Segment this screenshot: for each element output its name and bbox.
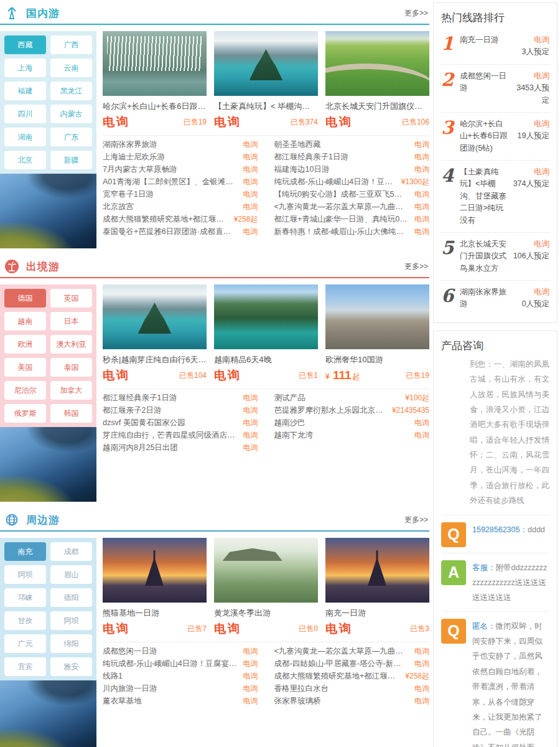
region-tag[interactable]: 阿坝: [50, 611, 92, 630]
product-link-row[interactable]: A01青海湖【二郎剑景区】、金银滩、日月山、... 电询: [103, 176, 258, 188]
region-tag[interactable]: 尼泊尔: [4, 381, 46, 400]
product-link-row[interactable]: <九寨沟黄龙—若尔盖大草原—九曲花湖>尊享... 电询: [274, 645, 430, 657]
region-tag[interactable]: 西藏: [4, 35, 46, 54]
region-tag[interactable]: 宜宾: [4, 657, 46, 676]
more-link[interactable]: 更多>>: [404, 515, 428, 525]
product-link-row[interactable]: 上海迪士尼欢乐游 电询: [103, 151, 258, 163]
product-card[interactable]: 哈尔滨+长白山+长春6日跟团游(... 电询 已售19: [103, 31, 207, 130]
product-link-row[interactable]: 芭提雅罗摩衍那水上乐园北京故宫 ¥21435435: [274, 404, 430, 416]
region-tag[interactable]: 新疆: [50, 151, 92, 169]
product-link-row[interactable]: 都江堰+青城山豪华一日游、真纯玩0购物0自费... 电询: [274, 213, 430, 225]
product-link-row[interactable]: 湖南张家界旅游 电询: [103, 138, 258, 151]
ranking-item[interactable]: 2 成都悠闲一日游 电询 3453人预定: [441, 65, 549, 113]
rank-inquiry-label[interactable]: 电询: [511, 286, 549, 298]
product-link-row[interactable]: 都江堰经典亲子1日游 电询: [103, 392, 258, 404]
product-link-row[interactable]: 成都悠闲一日游 电询: [103, 645, 258, 657]
region-tag[interactable]: 越南: [4, 312, 46, 331]
product-card[interactable]: 秒杀|越南芽庄纯自由行6天5晚，... 电询 已售104: [103, 284, 207, 383]
product-link-row[interactable]: 测试产品 ¥100起: [274, 392, 430, 404]
product-link-row[interactable]: 【纯玩0购安心游】成都-三亚双飞5日跟团游 蜈... 电询: [274, 188, 430, 200]
product-link-row[interactable]: 7月内蒙古大草原畅游 电询: [103, 163, 258, 176]
product-link-row[interactable]: 薰衣草基地 电询: [103, 695, 258, 707]
product-link-row[interactable]: <九寨沟黄龙—若尔盖大草原—九曲花湖>尊享... 电询: [274, 200, 430, 213]
product-link-row[interactable]: 成都大熊猫繁殖研究基地+都江堰纯玩1日游√三... ¥258起: [103, 213, 258, 225]
product-card[interactable]: 越南精品6天4晚 电询 已售1: [214, 284, 318, 383]
product-photo: [325, 31, 429, 96]
product-link-row[interactable]: 线路1 电询: [103, 670, 258, 682]
region-tag[interactable]: 甘孜: [4, 611, 46, 630]
region-tag[interactable]: 成都: [50, 542, 92, 561]
region-tag[interactable]: 德国: [4, 289, 46, 308]
region-tag[interactable]: 内蒙古: [50, 105, 92, 123]
product-link-row[interactable]: 纯玩成都-乐山-峨嵋山4日游！豆腐宴+峨眉山土... 电询: [103, 657, 258, 670]
region-tag[interactable]: 福建: [4, 82, 46, 100]
product-card[interactable]: 南充一日游 电询 已售3: [325, 538, 429, 637]
ranking-item[interactable]: 5 北京长城天安门升国旗仪式鸟巢水立方 电询 106人预定: [441, 233, 549, 281]
more-link[interactable]: 更多>>: [404, 8, 428, 19]
product-link-row[interactable]: 都江堰亲子2日游 电询: [103, 404, 258, 416]
product-link-row[interactable]: 北京故宫 电询: [103, 200, 258, 213]
region-tag[interactable]: 英国: [50, 289, 92, 308]
product-link-row[interactable]: 越南沙巴 电询: [274, 416, 430, 429]
product-link-row[interactable]: dzsvf 美国黄石国家公园 电询: [103, 416, 258, 429]
region-tag[interactable]: 欧洲: [4, 335, 46, 354]
rank-inquiry-label[interactable]: 电询: [511, 238, 549, 250]
product-card[interactable]: 北京长城天安门升国旗仪式鸟巢... 电询 已售106: [325, 31, 429, 130]
product-link-row[interactable]: 朝圣圣地西藏 电询: [274, 138, 430, 151]
product-link-row[interactable]: 越南河内8月25日出团 电询: [103, 441, 258, 454]
product-link-row[interactable]: 宽窄巷子1日游 电询: [103, 188, 258, 200]
ranking-item[interactable]: 1 南充一日游 电询 3人预定: [441, 29, 549, 65]
region-tag[interactable]: 绵阳: [50, 634, 92, 653]
region-tag[interactable]: 黑龙江: [50, 82, 92, 100]
region-tag[interactable]: 云南: [50, 59, 92, 77]
ranking-item[interactable]: 6 湖南张家界旅游 电询 0人预定: [441, 281, 549, 316]
region-tag[interactable]: 上海: [4, 59, 46, 77]
region-tag[interactable]: 阿坝: [4, 565, 46, 584]
region-tag[interactable]: 邛崃: [4, 588, 46, 607]
product-link-row[interactable]: 香格里拉白水台 电询: [274, 682, 430, 695]
product-link-price: 电询: [243, 177, 258, 187]
product-link-row[interactable]: 成都-四姑娘山-甲居藏寨-塔公寺-新都桥-泸定4... 电询: [274, 657, 430, 670]
region-tag[interactable]: 德阳: [50, 588, 92, 607]
product-link-row[interactable]: 越南下龙湾 电询: [274, 429, 430, 441]
product-link-row[interactable]: 张家界玻璃桥 电询: [274, 695, 430, 707]
product-link-row[interactable]: 川内旅游一日游 电询: [103, 682, 258, 695]
region-tag[interactable]: 北京: [4, 151, 46, 169]
region-tag[interactable]: 广元: [4, 634, 46, 653]
product-link-row[interactable]: 芽庄纯自由行，芒青四星或同级酒店，往返直飞... 电询: [103, 429, 258, 441]
product-card[interactable]: 欧洲奢华10国游 ¥ 111起 已售19: [325, 284, 429, 383]
product-link-row[interactable]: 新春特惠！成都-峨眉山-乐山大佛纯净2日游，全... 电询: [274, 225, 430, 238]
product-link-row[interactable]: 福建海边10日游 电询: [274, 163, 430, 176]
ranking-item[interactable]: 4 【土豪真纯玩】<毕棚沟、甘堡藏寨二日游>纯玩没有 电询 374人预定: [441, 161, 549, 233]
region-tag[interactable]: 俄罗斯: [4, 404, 46, 423]
region-tag[interactable]: 雅安: [50, 657, 92, 676]
region-tag[interactable]: 广东: [50, 128, 92, 146]
rank-number: 4: [441, 166, 460, 227]
region-tag[interactable]: 日本: [50, 312, 92, 331]
divider: [103, 135, 429, 136]
region-tag[interactable]: 广西: [50, 35, 92, 54]
region-tag[interactable]: 湖南: [4, 128, 46, 146]
product-link-row[interactable]: 泰国曼谷+芭提雅6日跟团游·成都直飞 0自费 探... 电询: [103, 225, 258, 238]
product-card[interactable]: 熊猫基地一日游 电询 已售7: [103, 538, 207, 637]
product-link-row[interactable]: 成都大熊猫繁殖研究基地+都江堰纯玩1日游√三... ¥258起: [274, 670, 430, 682]
product-link-price: 电询: [414, 684, 429, 694]
rank-inquiry-label[interactable]: 电询: [511, 166, 549, 178]
ranking-item[interactable]: 3 哈尔滨+长白山+长春6日跟团游(5钻) 电询 19人预定: [441, 113, 549, 161]
region-tag[interactable]: 泰国: [50, 358, 92, 377]
region-tag[interactable]: 四川: [4, 105, 46, 123]
product-card[interactable]: 黄龙溪冬季出游 电询 已售0: [214, 538, 318, 637]
product-card[interactable]: 【土豪真纯玩】< 毕棚沟、甘堡... 电询 已售374: [214, 31, 318, 130]
more-link[interactable]: 更多>>: [404, 261, 428, 272]
region-tag[interactable]: 眉山: [50, 565, 92, 584]
region-tag[interactable]: 澳大利亚: [50, 335, 92, 354]
rank-inquiry-label[interactable]: 电询: [511, 70, 549, 82]
region-tag[interactable]: 加拿大: [50, 381, 92, 400]
region-tag[interactable]: 美国: [4, 358, 46, 377]
rank-inquiry-label[interactable]: 电询: [511, 34, 549, 46]
product-link-row[interactable]: 都江堰经典亲子1日游 电询: [274, 151, 430, 163]
region-tag[interactable]: 南充: [4, 542, 46, 561]
product-link-row[interactable]: 纯玩成都-乐山-峨嵋山4日游！豆腐宴+峨眉山土... ¥1300起: [274, 176, 430, 188]
region-tag[interactable]: 韩国: [50, 404, 92, 423]
rank-inquiry-label[interactable]: 电询: [511, 118, 549, 130]
